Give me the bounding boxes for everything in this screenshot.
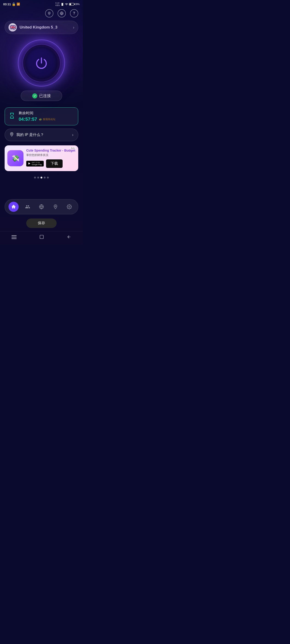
ip-btn-text: 我的 IP 是什么？ [16,132,70,137]
system-nav [0,231,83,244]
ad-app-icon: 💸 [7,150,24,166]
svg-rect-6 [12,235,17,236]
nav-globe-button[interactable] [36,202,47,212]
hourglass-icon [9,112,16,121]
save-button[interactable]: 保存 [26,218,57,228]
status-right: 0.10KB/s ▐▌ 39% [56,2,80,6]
ad-banner: Ads 💸 Cute Spending Tracker - Budget 掌控您… [5,145,78,171]
watermark-text: 🐢 发现岛论坛 [39,118,56,121]
connected-dot-icon [32,94,37,98]
ad-content: 💸 Cute Spending Tracker - Budget 掌控您的财务状… [5,145,78,171]
power-outer-ring [19,40,65,86]
battery-icon [69,3,74,6]
power-symbol-icon [35,56,48,70]
help-button[interactable]: ? [70,9,78,18]
globe-button[interactable] [58,9,66,18]
ip-location-icon [10,132,14,138]
dot-1[interactable] [34,177,36,178]
nav-settings-button[interactable] [64,202,74,212]
svg-rect-9 [40,235,43,239]
ad-bottom: GET IT ON Google Play 下载 [26,160,76,168]
location-button[interactable] [45,9,53,18]
battery-percent: 39% [75,3,80,6]
network-bars: ▐▌ [61,3,64,6]
time-value-row: 04:57:57 🐢 发现岛论坛 [19,116,74,122]
svg-rect-7 [12,237,17,238]
power-middle-ring [23,44,61,82]
ad-subtitle: 掌控您的财务状况 [26,153,76,157]
system-menu-button[interactable] [7,233,21,242]
dots-indicator [0,175,83,183]
svg-point-5 [69,206,70,208]
ip-button[interactable]: 我的 IP 是什么？ › [5,128,78,141]
google-play-text: GET IT ON Google Play [32,162,42,166]
app-wrapper: 03:11 🔒 📶 0.10KB/s ▐▌ 39% [0,0,83,244]
svg-point-0 [49,13,50,14]
time-card: 剩余时间 04:57:57 🐢 发现岛论坛 [5,108,78,125]
svg-rect-8 [12,238,17,239]
top-icons-bar: ? [0,7,83,19]
time-label: 剩余时间 [19,111,74,116]
time-value: 04:57:57 [19,116,37,122]
ad-title: Cute Spending Tracker - Budget [26,148,76,152]
connected-text: 已连接 [39,93,51,98]
time-info: 剩余时间 04:57:57 🐢 发现岛论坛 [19,111,74,122]
question-mark: ? [73,11,75,16]
nav-home-button[interactable] [9,202,19,212]
dot-2[interactable] [37,177,39,178]
svg-point-4 [55,206,56,207]
ip-chevron-icon: › [72,132,73,137]
data-speed: 0.10KB/s [56,2,60,6]
nav-users-button[interactable] [23,202,33,212]
vpn-icon: 🔒 [12,2,16,6]
system-back-button[interactable] [62,233,76,242]
dot-3-active[interactable] [41,177,42,178]
status-time: 03:11 🔒 📶 [3,2,20,6]
save-bar: 保存 [0,217,83,231]
dot-5[interactable] [47,177,49,178]
download-button[interactable]: 下载 [46,160,63,168]
nav-location-button[interactable] [50,202,61,212]
battery-fill [70,4,71,5]
power-button[interactable] [25,47,58,79]
server-chevron-icon: › [73,25,74,30]
signal-icons: 📶 [17,2,20,6]
ads-label: Ads [70,147,76,150]
status-bar: 03:11 🔒 📶 0.10KB/s ▐▌ 39% [0,0,83,7]
ad-text-area: Cute Spending Tracker - Budget 掌控您的财务状况 … [26,148,76,168]
wifi-icon [65,2,68,6]
flag-icon: 🇬🇧 [9,23,17,32]
google-play-badge[interactable]: GET IT ON Google Play [26,161,44,167]
connected-status-button[interactable]: 已连接 [21,90,62,101]
spacer [0,183,83,192]
svg-point-2 [11,134,13,134]
bottom-nav [5,199,78,214]
dot-4[interactable] [44,177,46,178]
system-home-button[interactable] [35,233,49,242]
server-name: United Kingdom 5_3 [20,25,70,30]
server-selector[interactable]: 🇬🇧 United Kingdom 5_3 › [5,21,78,34]
power-area [0,38,83,90]
